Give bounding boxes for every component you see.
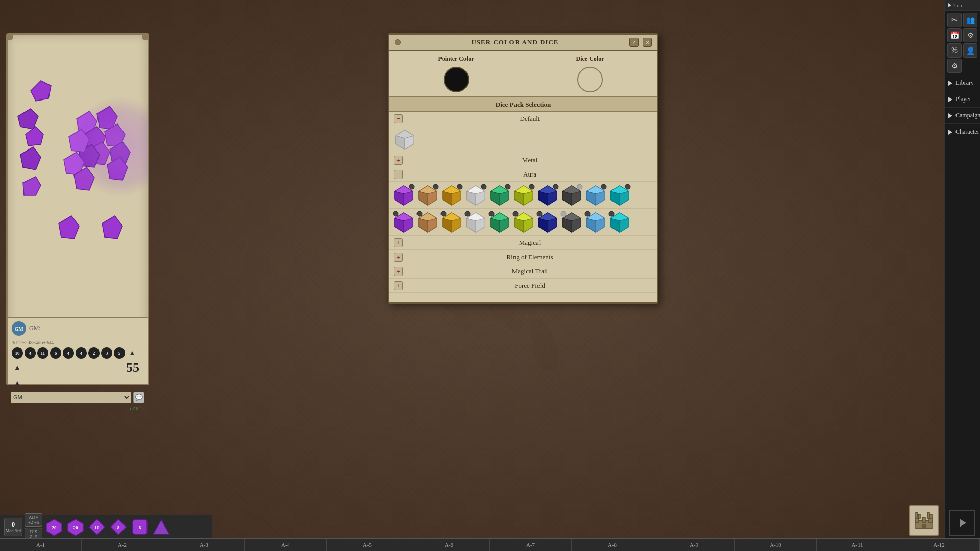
- tool-icon-gear[interactable]: ⚙: [947, 59, 962, 73]
- svg-marker-81: [404, 218, 413, 232]
- tool-icon-people[interactable]: 👥: [963, 13, 977, 27]
- tool-icon-calendar[interactable]: 📅: [947, 28, 962, 42]
- aura-die-2-yellow-green[interactable]: [512, 211, 535, 233]
- sidebar-item-campaign[interactable]: Campaign: [945, 108, 980, 124]
- svg-marker-85: [419, 218, 428, 232]
- svg-point-4: [455, 301, 474, 332]
- toolbar-die-d6[interactable]: 6: [130, 517, 150, 537]
- aura-die-gold[interactable]: [440, 184, 463, 206]
- aura-die-2-green[interactable]: [488, 211, 511, 233]
- pack-expand-magical[interactable]: +: [394, 238, 403, 247]
- dialog-close-button[interactable]: ✕: [643, 38, 652, 47]
- svg-marker-115: [562, 218, 572, 232]
- castle-icon: [914, 510, 934, 531]
- aura-die-purple[interactable]: [393, 184, 415, 206]
- sidebar-item-player[interactable]: Player: [945, 91, 980, 108]
- dice-pack-header: Dice Pack Selection: [389, 97, 657, 112]
- pack-name-magical: Magical: [407, 239, 653, 247]
- play-button[interactable]: [949, 510, 975, 536]
- svg-marker-110: [538, 218, 548, 232]
- grid-cell-a8: A-8: [572, 539, 653, 551]
- pack-expand-trail[interactable]: +: [394, 267, 403, 276]
- adv-button[interactable]: ADV +2 +6: [24, 513, 42, 527]
- aura-die-silver[interactable]: [464, 184, 487, 206]
- modifier-value[interactable]: 0 Modified: [4, 518, 22, 536]
- aura-die-2-light-blue[interactable]: [584, 211, 607, 233]
- svg-marker-91: [452, 218, 461, 232]
- aura-die-2-silver[interactable]: [464, 211, 487, 233]
- dialog-help-button[interactable]: ?: [629, 38, 639, 47]
- default-die-icon[interactable]: [394, 128, 416, 151]
- pack-expand-ring[interactable]: +: [394, 253, 403, 262]
- pack-expand-aura[interactable]: −: [394, 170, 403, 179]
- svg-marker-40: [443, 191, 452, 205]
- aura-die-2-dark-gray[interactable]: [560, 211, 583, 233]
- svg-marker-120: [586, 218, 596, 232]
- pack-default-icons: [389, 126, 657, 153]
- sidebar-item-library[interactable]: Library: [945, 75, 980, 91]
- die-result-8: 3: [101, 347, 112, 359]
- aura-die-green[interactable]: [488, 184, 511, 206]
- tool-icon-percent[interactable]: %: [947, 43, 962, 58]
- toolbar-die-d20-1[interactable]: 20: [44, 517, 64, 537]
- pack-expand-metal[interactable]: +: [394, 156, 403, 165]
- adv-dis-group: ADV +2 +6 DIS Z -5: [24, 513, 42, 541]
- aura-die-2-dark-blue[interactable]: [536, 211, 559, 233]
- svg-marker-65: [562, 191, 572, 205]
- die-result-2: 4: [24, 347, 36, 359]
- dialog-titlebar: USER COLOR AND DICE ? ✕: [389, 35, 657, 51]
- aura-die-yellow-green[interactable]: [512, 184, 535, 206]
- ooc-row: OOC...: [8, 405, 148, 412]
- pointer-color-label: Pointer Color: [438, 55, 474, 63]
- aura-die-2-teal[interactable]: [608, 211, 631, 233]
- chat-input-row[interactable]: GM 💬: [8, 390, 148, 405]
- pack-expand-default[interactable]: −: [394, 114, 403, 123]
- svg-point-97: [465, 211, 470, 216]
- svg-marker-106: [524, 218, 533, 232]
- svg-rect-134: [927, 512, 929, 518]
- pointer-color-col: Pointer Color: [389, 51, 523, 96]
- grid-cell-a10: A-10: [735, 539, 817, 551]
- svg-marker-147: [153, 520, 169, 534]
- die-result-9: 5: [114, 347, 125, 359]
- aura-die-brown[interactable]: [416, 184, 439, 206]
- toolbar-die-d20-2[interactable]: 20: [66, 517, 85, 537]
- aura-die-light-blue[interactable]: [584, 184, 607, 206]
- dice-result-row-2: ▲: [8, 377, 148, 390]
- tool-icon-scissors[interactable]: ✂: [947, 13, 962, 27]
- dice-tray-panel: GM GM: 3d12+2d8+4d6+3d4 10 4 11 6 4 4 2 …: [6, 33, 149, 385]
- svg-point-47: [481, 184, 486, 189]
- svg-marker-6: [31, 81, 51, 101]
- sidebar-tool-header[interactable]: Tool: [945, 0, 980, 11]
- aura-die-2-brown[interactable]: [416, 211, 439, 233]
- svg-point-5: [506, 301, 525, 332]
- svg-marker-75: [610, 191, 620, 205]
- toolbar-die-d10[interactable]: 10: [87, 517, 107, 537]
- pack-expand-force[interactable]: +: [394, 281, 403, 290]
- die-result-4: 6: [50, 347, 61, 359]
- dice-color-preview[interactable]: [577, 67, 603, 92]
- aura-die-dark-gray[interactable]: [560, 184, 583, 206]
- aura-die-2-gold[interactable]: [440, 211, 463, 233]
- sidebar-item-character[interactable]: Character: [945, 124, 980, 140]
- tool-icon-settings[interactable]: ⚙: [963, 28, 977, 42]
- toolbar-die-pyramid[interactable]: [152, 517, 171, 537]
- chat-bubble-btn[interactable]: 💬: [133, 392, 144, 403]
- dice-area: [8, 35, 148, 320]
- chat-target-select[interactable]: GM: [11, 392, 131, 403]
- castle-button[interactable]: [909, 505, 939, 536]
- grid-cell-a11: A-11: [817, 539, 898, 551]
- pointer-color-preview[interactable]: [444, 67, 469, 92]
- tool-icon-person[interactable]: 👤: [963, 43, 977, 58]
- svg-point-62: [553, 184, 558, 189]
- svg-point-77: [625, 184, 630, 189]
- dice-pack-scroll[interactable]: − Default + Metal: [389, 112, 657, 293]
- aura-die-dark-blue[interactable]: [536, 184, 559, 206]
- dice-pack-header-text: Dice Pack Selection: [496, 101, 551, 108]
- toolbar-die-d8[interactable]: 8: [109, 517, 128, 537]
- svg-point-67: [577, 184, 582, 189]
- svg-point-42: [457, 184, 462, 189]
- svg-point-127: [609, 211, 614, 216]
- aura-die-teal[interactable]: [608, 184, 631, 206]
- aura-die-2-purple[interactable]: [393, 211, 415, 233]
